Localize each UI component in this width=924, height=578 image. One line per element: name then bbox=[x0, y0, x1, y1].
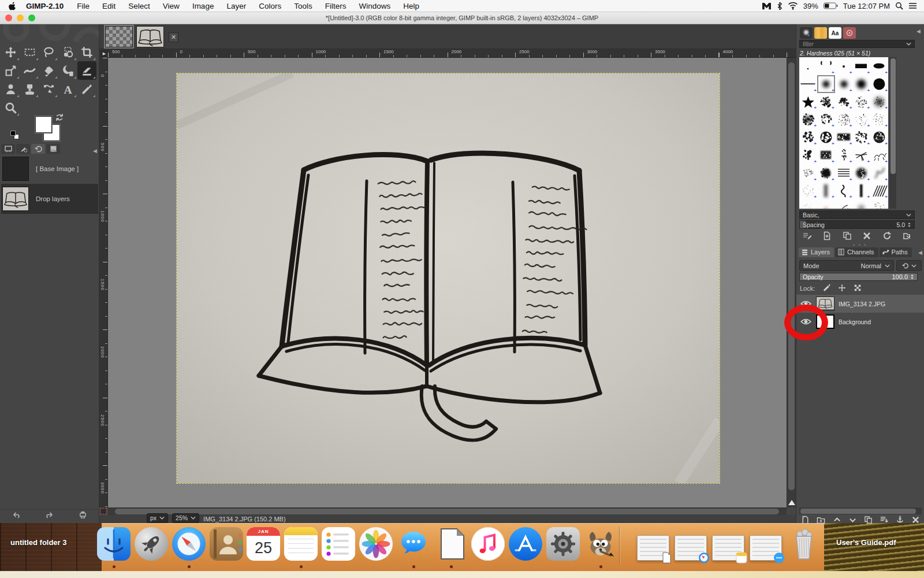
ruler-menu-button[interactable]: ▶ bbox=[100, 50, 108, 57]
brush-soft-round-big[interactable]: + bbox=[852, 75, 870, 93]
apple-menu-icon[interactable] bbox=[8, 1, 17, 10]
dock-contacts[interactable] bbox=[210, 527, 243, 561]
scroll-arrow-icon[interactable] bbox=[788, 500, 795, 505]
lock-position-icon[interactable] bbox=[838, 284, 846, 293]
spotlight-search-icon[interactable] bbox=[895, 2, 903, 10]
menu-tools[interactable]: Tools bbox=[288, 2, 319, 10]
layer-mode-dropdown[interactable]: Mode Normal bbox=[799, 260, 894, 271]
menu-filters[interactable]: Filters bbox=[319, 2, 353, 10]
brush-strokes-burst[interactable]: + bbox=[852, 146, 870, 164]
brush-cells-mixed[interactable]: + bbox=[852, 128, 870, 146]
brush-speckle-light[interactable]: + bbox=[799, 182, 817, 200]
dock-notes[interactable] bbox=[284, 527, 318, 561]
image-list-item[interactable]: Drop layers bbox=[1, 184, 98, 214]
tool-fuzzy-select[interactable] bbox=[58, 43, 77, 61]
brush-diag-lines[interactable]: + bbox=[870, 182, 888, 200]
brush-blob-heavy[interactable]: + bbox=[817, 164, 835, 182]
dialog-tab-undo-history[interactable] bbox=[31, 144, 45, 154]
tool-paths[interactable] bbox=[39, 80, 58, 98]
menu-app-name[interactable]: GIMP-2.10 bbox=[19, 2, 70, 10]
gimp-window-title-bar[interactable]: *[Untitled]-3.0 (RGB color 8-bit gamma i… bbox=[0, 12, 924, 24]
menu-layer[interactable]: Layer bbox=[220, 2, 252, 10]
tool-clone[interactable] bbox=[20, 80, 39, 98]
layer-opacity-slider[interactable]: Opacity 100.0 bbox=[799, 273, 918, 281]
brush-speck-sparse[interactable]: + bbox=[852, 110, 870, 128]
default-colors-icon[interactable] bbox=[10, 131, 16, 136]
image-tab-transparent[interactable] bbox=[105, 26, 133, 47]
brush-splat-rough[interactable]: + bbox=[835, 93, 853, 111]
brush-soft-round[interactable]: + bbox=[835, 75, 853, 93]
horizontal-ruler[interactable]: 50005001000150020002500300035004000 bbox=[108, 49, 796, 58]
tool-text[interactable]: A bbox=[58, 80, 77, 98]
brush-blob-light[interactable]: + bbox=[852, 199, 870, 209]
dock-window-notes[interactable] bbox=[712, 527, 746, 561]
tool-rectangle-select[interactable] bbox=[20, 43, 39, 61]
dock-system-preferences[interactable] bbox=[546, 527, 580, 561]
tool-eraser[interactable] bbox=[77, 61, 96, 80]
desktop-file-label-left[interactable]: untitled folder 3 bbox=[10, 538, 67, 547]
tool-move[interactable] bbox=[1, 43, 20, 61]
brush-scratch-pair[interactable]: + bbox=[835, 199, 853, 209]
mode-switch-button[interactable] bbox=[896, 260, 922, 271]
menu-view[interactable]: View bbox=[157, 2, 186, 10]
dock-safari[interactable] bbox=[172, 527, 206, 561]
tool-free-select[interactable] bbox=[39, 43, 58, 61]
brush-grunge-band[interactable]: + bbox=[835, 128, 853, 146]
brush-speck-field[interactable]: + bbox=[835, 110, 853, 128]
dock-launchpad[interactable] bbox=[135, 527, 168, 561]
dock-trash[interactable] bbox=[787, 527, 821, 561]
tab-brushes[interactable]: + bbox=[800, 27, 813, 39]
brush-pen-lines[interactable]: + bbox=[835, 164, 853, 182]
tool-warp-transform[interactable] bbox=[20, 61, 39, 80]
brush-faint-dots[interactable]: + bbox=[799, 199, 817, 209]
vertical-ruler[interactable]: 050010001500200025003000 bbox=[99, 58, 108, 507]
brush-soft-round-selected[interactable]: + bbox=[817, 75, 835, 93]
brush-splat-soft[interactable]: + bbox=[870, 93, 888, 111]
duplicate-layer-button[interactable] bbox=[864, 516, 873, 525]
image-list-item[interactable]: [ Base Image ] bbox=[1, 154, 98, 184]
brush-dot-micro[interactable] bbox=[799, 57, 817, 75]
lower-layer-button[interactable] bbox=[848, 516, 857, 525]
zoom-dropdown[interactable]: 25% bbox=[172, 513, 199, 523]
tab-fonts[interactable]: Aa bbox=[829, 27, 841, 39]
raise-layer-button[interactable] bbox=[833, 516, 841, 525]
collapse-dock-icon[interactable]: ◀ bbox=[916, 28, 921, 34]
tool-ink[interactable] bbox=[58, 61, 77, 80]
delete-layer-button[interactable] bbox=[911, 516, 920, 525]
menu-windows[interactable]: Windows bbox=[352, 2, 397, 10]
brush-sketch-figure[interactable]: + bbox=[870, 146, 888, 164]
tool-zoom[interactable] bbox=[1, 98, 20, 117]
quick-mask-toggle[interactable] bbox=[100, 508, 107, 514]
brush-star[interactable]: + bbox=[799, 93, 817, 111]
layer-name[interactable]: Background bbox=[839, 318, 871, 325]
layers-scrollbar[interactable] bbox=[799, 507, 922, 514]
new-brush-button[interactable] bbox=[822, 231, 832, 242]
menu-select[interactable]: Select bbox=[122, 2, 157, 10]
brush-dot-warm[interactable]: + bbox=[817, 199, 835, 209]
lock-pixels-icon[interactable] bbox=[822, 284, 830, 293]
duplicate-brush-button[interactable] bbox=[843, 231, 852, 242]
brush-dots-cluster[interactable]: + bbox=[817, 110, 835, 128]
horizontal-scrollbar[interactable] bbox=[108, 507, 787, 515]
dock-libreoffice[interactable] bbox=[434, 527, 468, 561]
bluetooth-icon[interactable] bbox=[777, 2, 783, 10]
canvas-viewport[interactable] bbox=[108, 58, 787, 507]
brush-chunk-spread[interactable]: + bbox=[799, 146, 817, 164]
brush-texture-soft[interactable]: + bbox=[870, 199, 888, 209]
dock-finder[interactable] bbox=[97, 527, 131, 561]
edit-brush-button[interactable] bbox=[803, 231, 812, 242]
dock-reminders[interactable] bbox=[322, 527, 355, 561]
brush-splat-wispy[interactable]: + bbox=[852, 93, 870, 111]
desktop-file-label-right[interactable]: User's Guide.pdf bbox=[836, 538, 896, 547]
brush-smoke-wisp[interactable]: + bbox=[870, 164, 888, 182]
brush-dots-fine[interactable]: + bbox=[870, 110, 888, 128]
tab-patterns[interactable] bbox=[814, 27, 827, 39]
wifi-icon[interactable] bbox=[788, 2, 798, 10]
notification-center-icon[interactable] bbox=[908, 2, 917, 9]
tab-paths[interactable]: Paths bbox=[880, 247, 912, 257]
brush-grid[interactable]: + + + + + + + + + + + + + + + + + + + bbox=[799, 57, 888, 209]
refresh-brushes-button[interactable] bbox=[882, 231, 892, 242]
dock-window-libreoffice[interactable] bbox=[637, 527, 670, 561]
dock-window-safari[interactable] bbox=[675, 527, 708, 561]
dock-app-store[interactable] bbox=[509, 527, 542, 561]
